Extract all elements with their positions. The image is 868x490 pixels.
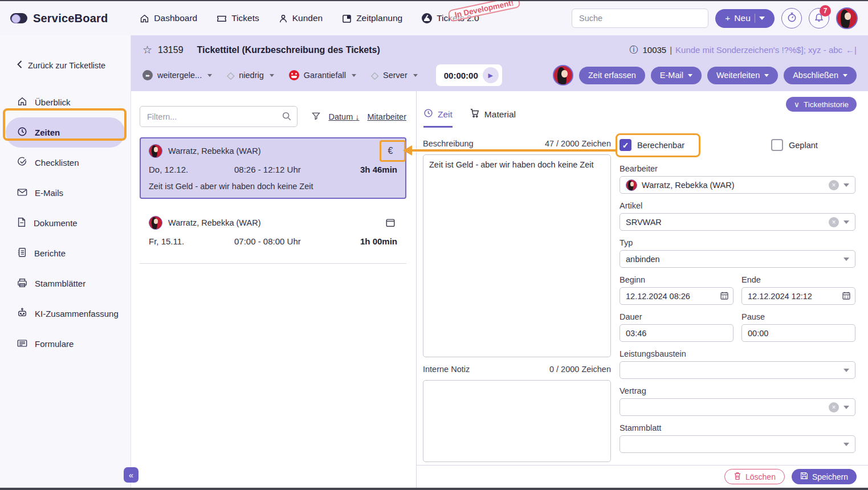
tab-zeit[interactable]: Zeit — [423, 108, 453, 128]
warranty-dropdown[interactable]: Garantiefall — [289, 70, 356, 80]
vertrag-select[interactable]: × — [620, 398, 855, 416]
clear-icon[interactable]: × — [829, 402, 839, 413]
time-entry-row[interactable]: Warratz, Rebekka (WAR) € Do, 12.12. 08:2… — [140, 137, 406, 199]
calendar-icon[interactable] — [720, 291, 729, 302]
time-entries-panel: Datum ↓ Mitarbeiter Warratz, Rebekka (WA… — [140, 106, 406, 264]
chevron-down-icon[interactable] — [759, 17, 765, 20]
forward-label: Weiterleiten — [716, 71, 760, 80]
leistungsbaustein-select[interactable] — [620, 361, 855, 379]
vertrag-field: Vertrag × — [620, 386, 855, 416]
nav-item-kunden[interactable]: Kunden — [279, 13, 323, 23]
user-avatar[interactable] — [836, 7, 858, 29]
brand[interactable]: ServiceBoard — [10, 12, 108, 25]
stopwatch-button[interactable] — [781, 8, 802, 28]
calendar-icon[interactable] — [842, 291, 851, 302]
sidebar-item-emails[interactable]: E-Mails — [0, 178, 131, 208]
priority-dropdown[interactable]: ◇ niedrig — [227, 71, 274, 80]
stammblatt-select[interactable] — [620, 435, 855, 453]
filter-input[interactable] — [140, 106, 298, 127]
customer-link[interactable]: Kunde mit Sonderzeichen's !?%$]; xyz - a… — [675, 45, 842, 55]
typ-select[interactable]: anbinden — [620, 250, 855, 268]
notifications-button[interactable]: 7 — [809, 8, 829, 28]
chevron-down-icon[interactable] — [843, 183, 849, 187]
nav-item-tickets[interactable]: Tickets — [217, 13, 259, 23]
search-input[interactable] — [572, 9, 708, 28]
internal-note-textarea[interactable] — [423, 380, 611, 462]
detail-footer: Löschen Speichern — [417, 465, 868, 488]
description-textarea[interactable]: Zeit ist Geld - aber wir haben doch kein… — [423, 154, 611, 357]
bearbeiter-select[interactable]: Warratz, Rebekka (WAR) × — [620, 176, 855, 194]
filter-funnel-icon[interactable] — [311, 111, 321, 122]
billable-checkbox-item[interactable]: ✓ Berechenbar — [620, 139, 684, 151]
assignee-avatar[interactable] — [553, 65, 573, 85]
form-icon — [17, 339, 27, 349]
ticket-history-button[interactable]: ∨ Tickethistorie — [786, 97, 857, 112]
sidebar-item-ki-zusammenfassung[interactable]: KI-Zusammenfassung — [0, 299, 131, 329]
star-icon[interactable]: ☆ — [142, 43, 152, 56]
entry-avatar — [626, 179, 637, 191]
home-icon — [17, 96, 27, 108]
sidebar-item-formulare[interactable]: Formulare — [0, 329, 131, 359]
info-icon[interactable]: ⓘ — [629, 44, 638, 55]
sort-by-date-link[interactable]: Datum ↓ — [329, 112, 360, 121]
sidebar-item-berichte[interactable]: Berichte — [0, 238, 131, 268]
ende-input[interactable] — [741, 287, 855, 305]
sort-by-employee-link[interactable]: Mitarbeiter — [368, 112, 407, 121]
diamond-icon: ◇ — [227, 71, 234, 80]
content-area: ∨ Tickethistorie Datum ↓ Mitarbeiter — [131, 91, 868, 488]
return-icon[interactable]: ←| — [846, 45, 857, 55]
artikel-select[interactable]: SRVWAR × — [620, 213, 855, 231]
chevron-down-icon[interactable] — [843, 369, 849, 372]
chevron-down-icon[interactable] — [843, 443, 849, 446]
nav-item-dashboard[interactable]: Dashboard — [140, 13, 197, 23]
sidebar-item-label: Formulare — [35, 339, 74, 349]
clear-icon[interactable]: × — [829, 180, 839, 190]
sidebar-item-label: Stammblätter — [35, 279, 85, 288]
email-button[interactable]: E-Mail — [651, 67, 702, 84]
report-icon — [17, 247, 27, 259]
sidebar-menu: Überblick Zeiten Checklisten E-Mails Dok… — [0, 87, 131, 359]
new-button-label: Neu — [734, 13, 750, 23]
ticket-icon — [217, 14, 227, 23]
list-divider — [140, 263, 406, 264]
entry-date: Do, 12.12. — [149, 165, 234, 174]
sidebar-item-checklisten[interactable]: Checklisten — [0, 148, 131, 178]
nav-label: Tickets — [231, 13, 259, 23]
chevron-down-icon[interactable] — [843, 406, 849, 409]
nav-item-zeitplanung[interactable]: Zeitplanung — [342, 13, 402, 23]
customer-number: 10035 — [642, 45, 666, 55]
save-button[interactable]: Speichern — [792, 469, 857, 484]
category-dropdown[interactable]: ◇ Server — [371, 71, 418, 80]
record-time-button[interactable]: Zeit erfassen — [579, 67, 645, 84]
time-entry-row[interactable]: Warratz, Rebekka (WAR) Fr, 15.11. 07:00 … — [140, 209, 406, 254]
tab-material[interactable]: Material — [470, 108, 516, 128]
planned-checkbox-item[interactable]: Geplant — [771, 139, 818, 151]
close-ticket-button[interactable]: Abschließen — [784, 67, 857, 84]
robot-icon — [17, 308, 27, 320]
back-to-ticketlist-link[interactable]: Zurück zur Ticketliste — [0, 35, 131, 70]
checkbox-unchecked-icon[interactable] — [771, 139, 783, 151]
new-button[interactable]: + Neu — [715, 9, 775, 28]
checkbox-checked-icon[interactable]: ✓ — [620, 139, 631, 151]
warranty-label: Garantiefall — [304, 71, 346, 80]
sidebar-item-ueberblick[interactable]: Überblick — [0, 87, 131, 117]
sidebar-item-dokumente[interactable]: Dokumente — [0, 208, 131, 238]
sidebar-item-zeiten[interactable]: Zeiten — [6, 117, 125, 148]
dauer-input[interactable] — [620, 324, 733, 342]
clear-icon[interactable]: × — [829, 217, 839, 227]
forward-button[interactable]: Weiterleiten — [707, 67, 778, 84]
status-dropdown[interactable]: ▸▸ weitergele... — [142, 70, 212, 80]
nav-label: Zeitplanung — [356, 13, 402, 23]
chevron-down-icon[interactable] — [843, 220, 849, 224]
beginn-input[interactable] — [620, 287, 733, 305]
bearbeiter-value: Warratz, Rebekka (WAR) — [642, 181, 824, 190]
timer-play-button[interactable]: ▶ — [483, 67, 499, 83]
pause-input[interactable] — [741, 324, 855, 342]
sidebar-item-stammblaetter[interactable]: Stammblätter — [0, 268, 131, 299]
chevron-down-icon[interactable] — [843, 258, 849, 261]
entry-duration: 1h 00min — [360, 236, 397, 246]
trash-icon — [733, 472, 741, 482]
delete-button[interactable]: Löschen — [724, 469, 785, 484]
collapse-sidebar-button[interactable]: « — [124, 467, 138, 483]
stammblatt-label: Stammblatt — [620, 423, 855, 432]
